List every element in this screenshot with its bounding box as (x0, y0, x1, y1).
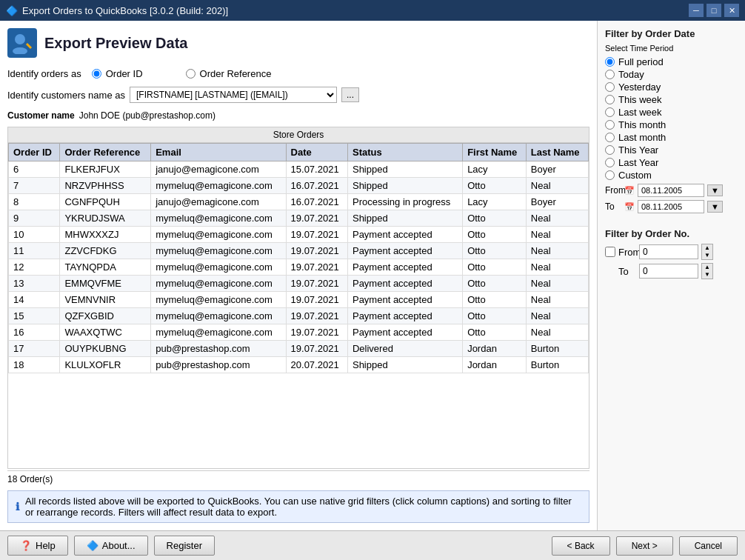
table-cell: Neal (526, 324, 588, 341)
period-radio-last_year[interactable] (605, 158, 615, 167)
period-radio-full_period[interactable] (605, 57, 615, 67)
table-cell: Otto (463, 276, 527, 292)
table-row[interactable]: 6FLKERJFUXjanujo@emagicone.com15.07.2021… (9, 161, 589, 178)
order-no-from-spinner[interactable]: ▲ ▼ (701, 244, 713, 260)
table-row[interactable]: 8CGNFPQUHjanujo@emagicone.com16.07.2021P… (9, 194, 589, 210)
register-button[interactable]: Register (154, 536, 215, 556)
period-radio-this_week[interactable] (605, 95, 615, 104)
col-first-name[interactable]: First Name (463, 144, 527, 161)
table-cell: mymeluq@emagicone.com (151, 243, 286, 259)
next-button[interactable]: Next > (616, 536, 673, 556)
period-radio-last_month[interactable] (605, 133, 615, 142)
table-cell: 16.07.2021 (286, 194, 347, 210)
period-option-this_week: This week (605, 94, 738, 105)
date-from-calendar-button[interactable]: ▼ (707, 184, 723, 196)
table-cell: 6 (9, 161, 60, 178)
filter-date-section: Filter by Order Date Select Time Period … (605, 28, 738, 213)
order-id-radio[interactable] (92, 69, 101, 79)
period-radio-this_year[interactable] (605, 145, 615, 155)
table-cell: ZZVCFDKG (60, 243, 151, 259)
order-no-from-input[interactable] (639, 244, 698, 259)
col-last-name[interactable]: Last Name (526, 144, 588, 161)
app-icon: 🔷 (6, 5, 18, 16)
period-option-last_week: Last week (605, 107, 738, 118)
table-cell: Lacy (463, 194, 527, 210)
date-to-input[interactable] (638, 200, 704, 213)
spin-up[interactable]: ▲ (702, 244, 712, 252)
help-button[interactable]: ❓ Help (7, 536, 68, 556)
order-reference-radio[interactable] (186, 69, 196, 79)
table-cell: TAYNQPDA (60, 259, 151, 276)
table-cell: WAAXQTWC (60, 324, 151, 341)
table-row[interactable]: 14VEMNVNIRmymeluq@emagicone.com19.07.202… (9, 292, 589, 308)
help-icon: ❓ (20, 540, 32, 551)
calendar-to-icon: 📅 (624, 202, 635, 212)
table-row[interactable]: 10MHWXXXZJmymeluq@emagicone.com19.07.202… (9, 227, 589, 243)
period-label-this_week: This week (618, 94, 662, 105)
period-label-today: Today (618, 69, 644, 80)
table-cell: 19.07.2021 (286, 292, 347, 308)
page-title: Export Preview Data (44, 35, 187, 52)
cancel-button[interactable]: Cancel (679, 536, 738, 556)
table-row[interactable]: 12TAYNQPDAmymeluq@emagicone.com19.07.202… (9, 259, 589, 276)
table-row[interactable]: 18KLULXOFLRpub@prestashop.com20.07.2021S… (9, 357, 589, 373)
period-label-yesterday: Yesterday (618, 81, 661, 93)
order-reference-label: Order Reference (200, 68, 272, 79)
table-cell: Otto (463, 292, 527, 308)
col-order-id[interactable]: Order ID (9, 144, 60, 161)
table-row[interactable]: 9YKRUDJSWAmymeluq@emagicone.com19.07.202… (9, 210, 589, 227)
table-row[interactable]: 7NRZVPHHSSmymeluq@emagicone.com16.07.202… (9, 178, 589, 194)
about-icon: 🔷 (87, 540, 98, 551)
identify-orders-label: Identify orders as (7, 68, 81, 79)
back-button[interactable]: < Back (552, 536, 610, 556)
page-icon (7, 28, 37, 58)
order-no-to-spinner[interactable]: ▲ ▼ (701, 263, 713, 279)
spin-down[interactable]: ▼ (702, 252, 712, 259)
close-button[interactable]: ✕ (724, 4, 739, 17)
table-row[interactable]: 16WAAXQTWCmymeluq@emagicone.com19.07.202… (9, 324, 589, 341)
period-radio-last_week[interactable] (605, 107, 615, 117)
table-cell: mymeluq@emagicone.com (151, 292, 286, 308)
order-no-to-input[interactable] (639, 264, 698, 279)
table-cell: NRZVPHHSS (60, 178, 151, 194)
ellipsis-button[interactable]: ... (341, 87, 359, 102)
spin-up-to[interactable]: ▲ (702, 264, 712, 271)
table-header-row: Order ID Order Reference Email Date Stat… (9, 144, 589, 161)
order-no-from-checkbox[interactable] (605, 247, 615, 257)
minimize-button[interactable]: ─ (689, 4, 704, 17)
col-email[interactable]: Email (151, 144, 286, 161)
orders-table-container[interactable]: Order ID Order Reference Email Date Stat… (7, 142, 589, 469)
period-option-yesterday: Yesterday (605, 81, 738, 93)
table-cell: pub@prestashop.com (151, 341, 286, 357)
about-button[interactable]: 🔷 About... (74, 536, 148, 556)
maximize-button[interactable]: □ (706, 4, 721, 17)
col-status[interactable]: Status (347, 144, 462, 161)
table-cell: mymeluq@emagicone.com (151, 324, 286, 341)
period-radio-this_month[interactable] (605, 120, 615, 130)
table-row[interactable]: 15QZFXGBIDmymeluq@emagicone.com19.07.202… (9, 308, 589, 324)
table-cell: Shipped (347, 357, 462, 373)
svg-point-1 (13, 47, 27, 54)
table-cell: KLULXOFLR (60, 357, 151, 373)
table-cell: Boyer (526, 161, 588, 178)
table-row[interactable]: 17OUYPKUBNGpub@prestashop.com19.07.2021D… (9, 341, 589, 357)
period-option-last_year: Last Year (605, 157, 738, 168)
table-cell: 19.07.2021 (286, 308, 347, 324)
period-radio-custom[interactable] (605, 170, 615, 180)
table-cell: mymeluq@emagicone.com (151, 227, 286, 243)
customers-name-select[interactable]: [FIRSTNAME] [LASTNAME] ([EMAIL]) (130, 87, 337, 103)
period-radio-today[interactable] (605, 70, 615, 79)
table-cell: Payment accepted (347, 308, 462, 324)
table-cell: mymeluq@emagicone.com (151, 178, 286, 194)
col-order-ref[interactable]: Order Reference (60, 144, 151, 161)
table-row[interactable]: 13EMMQVFMEmymeluq@emagicone.com19.07.202… (9, 276, 589, 292)
date-from-input[interactable] (638, 184, 704, 197)
table-cell: FLKERJFUX (60, 161, 151, 178)
window-title: Export Orders to QuickBooks [3.0.2 (Buil… (22, 5, 228, 16)
table-row[interactable]: 11ZZVCFDKGmymeluq@emagicone.com19.07.202… (9, 243, 589, 259)
spin-down-to[interactable]: ▼ (702, 271, 712, 279)
date-from-row: From 📅 ▼ (605, 184, 738, 197)
date-to-calendar-button[interactable]: ▼ (707, 201, 723, 213)
period-radio-yesterday[interactable] (605, 82, 615, 92)
col-date[interactable]: Date (286, 144, 347, 161)
